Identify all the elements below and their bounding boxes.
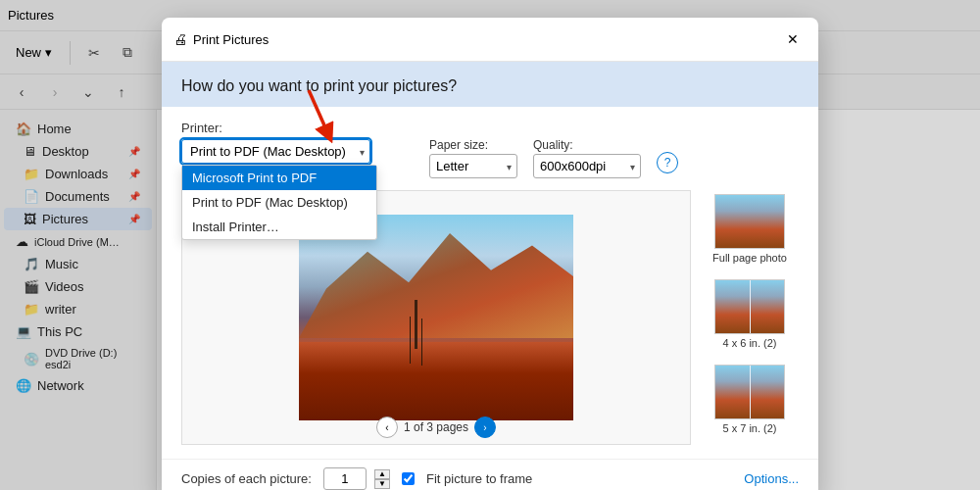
dialog-footer: Copies of each picture: ▲ ▼ Fit picture … <box>162 459 818 490</box>
printer-dropdown: Microsoft Print to PDF Print to PDF (Mac… <box>181 165 377 240</box>
layout-5x7[interactable]: 5 x 7 in. (2) <box>701 361 799 438</box>
paper-size-label: Paper size: <box>429 138 517 152</box>
dialog-title: Print Pictures <box>193 32 773 47</box>
printer-icon: 🖨 <box>173 31 187 47</box>
paper-size-select-wrapper[interactable]: Letter ▾ <box>429 154 517 178</box>
options-link[interactable]: Options... <box>744 471 799 486</box>
printer-label: Printer: <box>181 121 232 135</box>
dialog-overlay: 🖨 Print Pictures ✕ How do you want to pr… <box>0 0 980 490</box>
layout-label: Full page photo <box>712 252 787 264</box>
paper-size-select[interactable]: Letter <box>429 154 517 178</box>
printer-select[interactable]: Print to PDF (Mac Desktop) <box>181 139 370 164</box>
page-indicator: ‹ 1 of 3 pages › <box>376 416 496 438</box>
layouts-panel: Full page photo 4 x 6 in. (2) <box>701 190 799 445</box>
copies-input[interactable] <box>323 467 367 490</box>
layout-thumb-4x6 <box>714 279 785 334</box>
layout-thumb-full <box>714 194 785 249</box>
quality-select-wrapper[interactable]: 600x600dpi ▾ <box>533 154 641 178</box>
fit-label: Fit picture to frame <box>426 471 532 486</box>
layout-label: 4 x 6 in. (2) <box>722 337 776 349</box>
layout-4x6[interactable]: 4 x 6 in. (2) <box>701 275 799 353</box>
dialog-header: How do you want to print your pictures? <box>162 62 818 107</box>
printer-select-wrapper[interactable]: Print to PDF (Mac Desktop) ▾ <box>181 139 370 164</box>
layout-label: 5 x 7 in. (2) <box>722 422 776 434</box>
layout-thumb-5x7 <box>714 365 785 419</box>
page-prev-button[interactable]: ‹ <box>376 416 398 438</box>
dialog-titlebar: 🖨 Print Pictures ✕ <box>162 18 818 62</box>
quality-select[interactable]: 600x600dpi <box>533 154 641 178</box>
dialog-close-button[interactable]: ✕ <box>779 25 807 53</box>
copies-down-button[interactable]: ▼ <box>374 479 390 489</box>
copies-spinner: ▲ ▼ <box>374 469 390 489</box>
fit-checkbox[interactable] <box>402 472 415 485</box>
print-dialog: 🖨 Print Pictures ✕ How do you want to pr… <box>162 18 818 490</box>
quality-label: Quality: <box>533 138 641 152</box>
help-button[interactable]: ? <box>657 152 678 173</box>
dropdown-item-mac[interactable]: Print to PDF (Mac Desktop) <box>182 190 376 215</box>
copies-up-button[interactable]: ▲ <box>374 469 390 479</box>
layout-full-page[interactable]: Full page photo <box>701 190 799 268</box>
dropdown-item-microsoft[interactable]: Microsoft Print to PDF <box>182 166 376 190</box>
copies-label: Copies of each picture: <box>181 471 312 486</box>
dropdown-item-install[interactable]: Install Printer… <box>182 215 376 239</box>
preview-image <box>299 215 573 420</box>
page-next-button[interactable]: › <box>474 416 496 438</box>
